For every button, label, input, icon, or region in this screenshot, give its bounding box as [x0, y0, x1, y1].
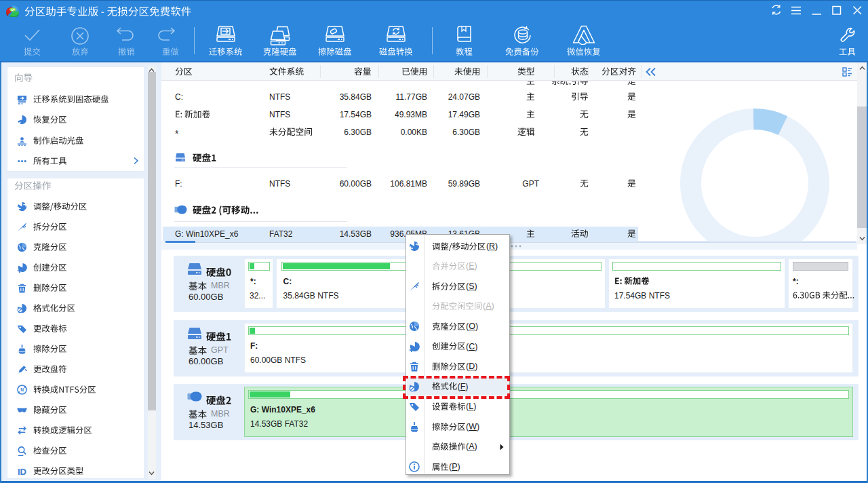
svg-text:N: N: [20, 387, 24, 392]
svg-text:ID: ID: [18, 467, 26, 476]
